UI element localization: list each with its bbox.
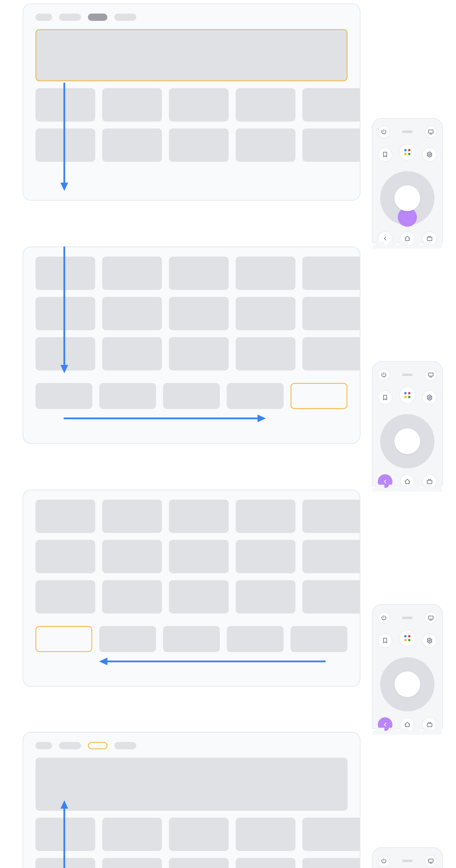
- content-card[interactable]: [35, 580, 95, 614]
- settings-button[interactable]: [422, 147, 437, 162]
- content-card[interactable]: [290, 626, 347, 652]
- assistant-button[interactable]: [399, 387, 416, 403]
- tab[interactable]: [35, 742, 52, 749]
- bookmark-button[interactable]: [378, 147, 392, 162]
- content-card[interactable]: [236, 818, 295, 851]
- content-card[interactable]: [169, 540, 229, 573]
- content-card[interactable]: [35, 297, 95, 330]
- dpad-ok[interactable]: [395, 185, 420, 211]
- content-card[interactable]: [102, 256, 162, 290]
- content-card[interactable]: [236, 297, 295, 330]
- content-card[interactable]: [303, 540, 361, 573]
- content-card[interactable]: [227, 383, 284, 409]
- content-card[interactable]: [169, 128, 229, 162]
- assistant-button[interactable]: [399, 630, 416, 647]
- content-card[interactable]: [163, 626, 220, 652]
- content-card[interactable]: [236, 580, 295, 614]
- content-card[interactable]: [303, 818, 361, 851]
- content-card[interactable]: [99, 626, 156, 652]
- hero-card[interactable]: [35, 757, 347, 811]
- dpad-ok[interactable]: [395, 429, 420, 454]
- content-card[interactable]: [236, 500, 295, 533]
- content-card[interactable]: [236, 256, 295, 290]
- content-card[interactable]: [169, 858, 229, 868]
- content-card-focused[interactable]: [35, 626, 92, 652]
- content-card[interactable]: [99, 383, 156, 409]
- power-button[interactable]: [378, 369, 390, 381]
- content-card[interactable]: [102, 580, 162, 614]
- content-card[interactable]: [35, 818, 95, 851]
- content-card[interactable]: [102, 858, 162, 868]
- home-button[interactable]: [400, 717, 415, 732]
- assistant-button[interactable]: [399, 144, 416, 160]
- hero-card-focused[interactable]: [35, 29, 347, 81]
- input-button[interactable]: [425, 855, 437, 867]
- content-card[interactable]: [303, 297, 361, 330]
- content-card[interactable]: [236, 88, 295, 122]
- tab-active[interactable]: [88, 13, 107, 21]
- power-button[interactable]: [378, 612, 390, 624]
- content-card[interactable]: [35, 88, 95, 122]
- content-card[interactable]: [303, 256, 361, 290]
- content-card[interactable]: [169, 256, 229, 290]
- content-card[interactable]: [169, 818, 229, 851]
- home-button[interactable]: [400, 231, 415, 246]
- content-card[interactable]: [35, 858, 95, 868]
- tab-focused[interactable]: [88, 742, 107, 749]
- content-card[interactable]: [169, 88, 229, 122]
- power-button[interactable]: [378, 126, 390, 138]
- content-card[interactable]: [102, 128, 162, 162]
- input-button[interactable]: [425, 369, 437, 381]
- live-tv-button[interactable]: [422, 231, 437, 246]
- content-card[interactable]: [169, 580, 229, 614]
- content-card[interactable]: [169, 500, 229, 533]
- live-tv-button[interactable]: [422, 474, 437, 489]
- content-card[interactable]: [35, 383, 92, 409]
- back-button[interactable]: [378, 231, 392, 246]
- tab[interactable]: [114, 13, 136, 21]
- content-card[interactable]: [102, 297, 162, 330]
- settings-button[interactable]: [422, 390, 437, 405]
- tab[interactable]: [35, 13, 52, 21]
- content-card[interactable]: [35, 128, 95, 162]
- content-card[interactable]: [35, 500, 95, 533]
- tab[interactable]: [59, 13, 81, 21]
- tab[interactable]: [114, 742, 136, 749]
- content-card[interactable]: [303, 128, 361, 162]
- dpad[interactable]: [380, 657, 434, 711]
- content-card[interactable]: [169, 297, 229, 330]
- content-card[interactable]: [303, 500, 361, 533]
- content-card[interactable]: [236, 128, 295, 162]
- input-button[interactable]: [425, 612, 437, 624]
- content-card[interactable]: [163, 383, 220, 409]
- content-card[interactable]: [236, 540, 295, 573]
- content-card[interactable]: [227, 626, 284, 652]
- back-button[interactable]: [378, 474, 392, 489]
- bookmark-button[interactable]: [378, 633, 392, 648]
- content-card[interactable]: [303, 337, 361, 370]
- content-card[interactable]: [236, 337, 295, 370]
- back-button[interactable]: [378, 717, 392, 732]
- content-card-focused[interactable]: [290, 383, 347, 409]
- content-card[interactable]: [303, 858, 361, 868]
- power-button[interactable]: [378, 855, 390, 867]
- dpad[interactable]: [380, 414, 434, 468]
- content-card[interactable]: [35, 540, 95, 573]
- content-card[interactable]: [102, 88, 162, 122]
- content-card[interactable]: [236, 858, 295, 868]
- content-card[interactable]: [102, 500, 162, 533]
- settings-button[interactable]: [422, 633, 437, 648]
- content-card[interactable]: [169, 337, 229, 370]
- content-card[interactable]: [303, 88, 361, 122]
- content-card[interactable]: [35, 256, 95, 290]
- live-tv-button[interactable]: [422, 717, 437, 732]
- content-card[interactable]: [35, 337, 95, 370]
- dpad-ok[interactable]: [395, 672, 420, 697]
- content-card[interactable]: [102, 818, 162, 851]
- bookmark-button[interactable]: [378, 390, 392, 405]
- tab[interactable]: [59, 742, 81, 749]
- content-card[interactable]: [102, 337, 162, 370]
- content-card[interactable]: [303, 580, 361, 614]
- input-button[interactable]: [425, 126, 437, 138]
- dpad[interactable]: [380, 171, 434, 225]
